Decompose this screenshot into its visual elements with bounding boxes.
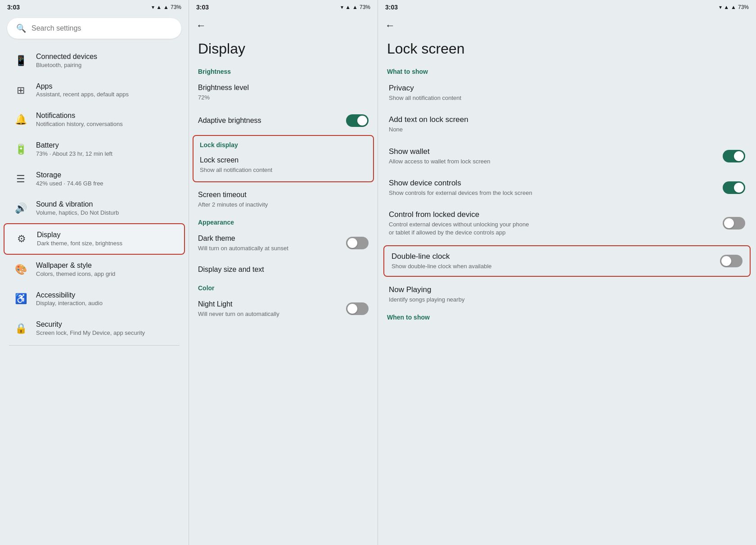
settings-item-wallpaper[interactable]: 🎨 Wallpaper & style Colors, themed icons…: [4, 255, 185, 284]
lock-wifi-icon: ▾: [719, 4, 722, 10]
show-device-controls-toggle[interactable]: [723, 181, 745, 194]
settings-item-accessibility[interactable]: ♿ Accessibility Display, interaction, au…: [4, 284, 185, 314]
apps-title: Apps: [36, 82, 129, 91]
settings-item-display[interactable]: ⚙ Display Dark theme, font size, brightn…: [4, 223, 185, 255]
dark-theme-toggle[interactable]: [346, 237, 369, 249]
add-text-subtitle: None: [389, 126, 533, 134]
privacy-title: Privacy: [389, 83, 745, 93]
settings-item-battery[interactable]: 🔋 Battery 73% · About 23 hr, 12 min left: [4, 135, 185, 164]
search-icon: 🔍: [16, 23, 26, 33]
dark-theme-title: Dark theme: [198, 234, 288, 243]
search-input[interactable]: [32, 24, 172, 32]
show-device-controls-title: Show device controls: [389, 178, 532, 188]
battery-icon: ▲: [163, 4, 169, 10]
apps-subtitle: Assistant, recent apps, default apps: [36, 91, 129, 99]
display-back-button[interactable]: ←: [196, 20, 206, 32]
screen-timeout-item[interactable]: Screen timeout After 2 minutes of inacti…: [189, 184, 378, 215]
display-title: Display: [37, 230, 122, 240]
display-subtitle: Dark theme, font size, brightness: [37, 240, 122, 248]
settings-panel: 3:03 ▾ ▲ ▲ 73% 🔍 📱 Connected devices Blu…: [0, 0, 189, 545]
search-bar[interactable]: 🔍: [7, 18, 181, 39]
appearance-section-label: Appearance: [189, 215, 378, 228]
adaptive-brightness-toggle[interactable]: [346, 114, 369, 127]
lock-screen-header: ←: [378, 14, 756, 37]
bottom-divider: [9, 345, 180, 346]
screen-timeout-title: Screen timeout: [198, 190, 369, 200]
apps-icon: ⊞: [13, 82, 29, 99]
wallpaper-subtitle: Colors, themed icons, app grid: [36, 270, 115, 278]
settings-item-storage[interactable]: ☰ Storage 42% used · 74.46 GB free: [4, 164, 185, 194]
settings-item-connected-devices[interactable]: 📱 Connected devices Bluetooth, pairing: [4, 46, 185, 76]
dark-theme-item[interactable]: Dark theme Will turn on automatically at…: [189, 228, 378, 259]
lock-display-section: Lock display Lock screen Show all notifi…: [193, 135, 374, 182]
accessibility-title: Accessibility: [36, 291, 103, 300]
dark-theme-subtitle: Will turn on automatically at sunset: [198, 244, 288, 252]
show-wallet-toggle[interactable]: [723, 150, 745, 162]
lock-status-time: 3:03: [385, 4, 398, 11]
display-list: Brightness Brightness level 72% Adaptive…: [189, 64, 378, 545]
control-from-locked-toggle-thumb: [724, 218, 734, 228]
settings-item-notifications[interactable]: 🔔 Notifications Notification history, co…: [4, 105, 185, 135]
wallpaper-title: Wallpaper & style: [36, 261, 115, 270]
brightness-level-value: 72%: [198, 94, 369, 102]
settings-item-security[interactable]: 🔒 Security Screen lock, Find My Device, …: [4, 314, 185, 343]
lock-screen-list: What to show Privacy Show all notificati…: [378, 64, 756, 545]
dark-theme-toggle-thumb: [347, 238, 357, 248]
settings-item-apps[interactable]: ⊞ Apps Assistant, recent apps, default a…: [4, 76, 185, 105]
adaptive-brightness-item[interactable]: Adaptive brightness: [189, 108, 378, 133]
lock-screen-item[interactable]: Lock screen Show all notification conten…: [194, 150, 373, 180]
show-device-controls-toggle-thumb: [734, 183, 744, 193]
now-playing-item[interactable]: Now Playing Identify songs playing nearb…: [378, 279, 756, 310]
privacy-item[interactable]: Privacy Show all notification content: [378, 77, 756, 108]
double-line-clock-toggle-thumb: [721, 256, 731, 266]
show-device-controls-item[interactable]: Show device controls Show controls for e…: [378, 172, 756, 203]
battery-title: Battery: [36, 141, 112, 150]
battery-subtitle: 73% · About 23 hr, 12 min left: [36, 150, 112, 158]
settings-item-sound[interactable]: 🔊 Sound & vibration Volume, haptics, Do …: [4, 194, 185, 223]
color-section-label: Color: [189, 281, 378, 293]
brightness-level-item[interactable]: Brightness level 72%: [189, 77, 378, 108]
double-line-clock-toggle[interactable]: [720, 255, 742, 267]
control-from-locked-toggle[interactable]: [723, 217, 745, 230]
storage-subtitle: 42% used · 74.46 GB free: [36, 180, 104, 188]
battery-percent: 73%: [171, 4, 181, 10]
adaptive-brightness-title: Adaptive brightness: [198, 116, 261, 126]
display-panel: 3:03 ▾ ▲ ▲ 73% ← Display Brightness Brig…: [189, 0, 378, 545]
now-playing-subtitle: Identify songs playing nearby: [389, 296, 533, 304]
night-light-item[interactable]: Night Light Will never turn on automatic…: [189, 293, 378, 324]
lock-battery-percent: 73%: [738, 4, 749, 10]
display-status-icons: ▾ ▲ ▲ 73%: [341, 4, 370, 10]
display-wifi-icon: ▾: [341, 4, 343, 10]
lock-screen-back-button[interactable]: ←: [385, 20, 395, 32]
connected-devices-title: Connected devices: [36, 52, 97, 62]
connected-devices-icon: 📱: [13, 53, 29, 69]
show-wallet-item[interactable]: Show wallet Allow access to wallet from …: [378, 140, 756, 172]
control-from-locked-item[interactable]: Control from locked device Control exter…: [378, 203, 756, 243]
status-time: 3:03: [7, 4, 20, 11]
notifications-subtitle: Notification history, conversations: [36, 121, 123, 128]
battery-item-icon: 🔋: [13, 141, 29, 158]
display-size-text-item[interactable]: Display size and text: [189, 259, 378, 281]
storage-icon: ☰: [13, 171, 29, 187]
notifications-icon: 🔔: [13, 112, 29, 128]
control-from-locked-title: Control from locked device: [389, 210, 533, 220]
wallpaper-icon: 🎨: [13, 261, 29, 278]
security-subtitle: Screen lock, Find My Device, app securit…: [36, 329, 145, 337]
lock-screen-title: Lock screen: [378, 37, 756, 64]
lock-display-section-label: Lock display: [194, 138, 373, 150]
display-status-time: 3:03: [196, 4, 209, 11]
accessibility-subtitle: Display, interaction, audio: [36, 300, 103, 307]
double-line-clock-item[interactable]: Double-line clock Show double-line clock…: [383, 245, 751, 277]
add-text-item[interactable]: Add text on lock screen None: [378, 108, 756, 140]
brightness-level-title: Brightness level: [198, 83, 369, 93]
connected-devices-subtitle: Bluetooth, pairing: [36, 62, 97, 69]
sound-title: Sound & vibration: [36, 200, 119, 209]
lock-battery-icon: ▲: [731, 4, 736, 10]
double-line-clock-subtitle: Show double-line clock when available: [392, 262, 492, 270]
double-line-clock-title: Double-line clock: [392, 252, 492, 261]
storage-title: Storage: [36, 171, 104, 180]
show-wallet-title: Show wallet: [389, 147, 490, 157]
add-text-title: Add text on lock screen: [389, 115, 745, 125]
night-light-toggle[interactable]: [346, 302, 369, 315]
night-light-title: Night Light: [198, 300, 279, 309]
